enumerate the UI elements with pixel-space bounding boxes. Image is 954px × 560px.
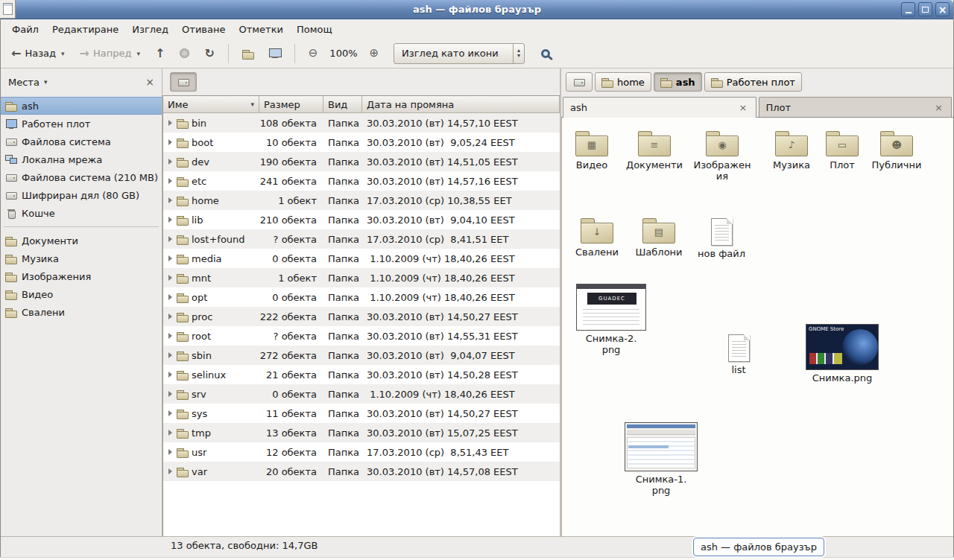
menu-edit[interactable]: Редактиране [45, 19, 125, 39]
view-mode-combo[interactable]: Изглед като икони ▴▾ [394, 43, 525, 64]
icon-item-public[interactable]: ☻Публични [863, 131, 930, 171]
place-music[interactable]: Музика [1, 249, 162, 267]
place-trash[interactable]: Кошче [1, 204, 162, 222]
place-filesystem-210[interactable]: Файлова система (210 MB) [1, 168, 162, 186]
places-selector[interactable]: Места ▾ [8, 77, 47, 88]
tree-row-sbin[interactable]: sbin272 обектаПапка30.03.2010 (вт) 9,04,… [163, 346, 560, 365]
back-button[interactable]: ← Назад ▾ [5, 42, 71, 65]
reload-button[interactable]: ↻ [198, 42, 220, 65]
expander-icon[interactable] [168, 159, 172, 165]
titlebar[interactable]: ash — файлов браузър × [1, 0, 953, 19]
panel-applet-icon[interactable] [0, 0, 16, 19]
icon-item-snimka-2[interactable]: GUADECСнимка-2.​png [578, 284, 645, 356]
expander-icon[interactable] [168, 255, 172, 261]
tree-row-boot[interactable]: boot10 обектаПапка30.03.2010 (вт) 9,05,2… [163, 133, 560, 152]
column-header-kind[interactable]: Вид [323, 96, 362, 113]
expander-icon[interactable] [168, 178, 172, 184]
tree-row-home[interactable]: home1 обектПапка17.03.2010 (ср) 10,38,55… [163, 191, 560, 210]
tree-row-etc[interactable]: etc241 обектаПапка30.03.2010 (вт) 14,57,… [163, 171, 560, 191]
back-history-dropdown-icon[interactable]: ▾ [61, 50, 65, 57]
expander-icon[interactable] [168, 120, 172, 126]
pathbar-root-button[interactable] [566, 72, 593, 92]
menu-go[interactable]: Отиване [175, 19, 232, 39]
expander-icon[interactable] [168, 236, 172, 242]
icon-item-documents[interactable]: ≡Документи [621, 131, 688, 171]
expander-icon[interactable] [168, 449, 172, 455]
icon-item-list[interactable]: list [705, 334, 772, 375]
place-ash[interactable]: ash [1, 97, 162, 115]
column-header-size[interactable]: Размер [259, 96, 323, 113]
stop-button[interactable] [174, 42, 195, 65]
icon-view[interactable]: ▦Видео≡Документи◉Изображения♪Музика▭Плот… [561, 118, 953, 536]
place-encrypted-80[interactable]: Шифриран дял (80 GB) [1, 186, 162, 204]
close-button[interactable]: × [935, 2, 950, 16]
place-documents[interactable]: Документи [1, 232, 162, 249]
search-button[interactable] [535, 42, 556, 65]
expander-icon[interactable] [168, 294, 172, 300]
icon-item-new-file[interactable]: нов файл [688, 218, 755, 259]
tree-row-selinux[interactable]: selinux21 обектаПапка30.03.2010 (вт) 14,… [163, 365, 560, 384]
expander-icon[interactable] [168, 391, 172, 397]
minimize-button[interactable] [901, 2, 915, 16]
place-desktop[interactable]: Работен плот [1, 115, 162, 133]
tab-close-icon[interactable]: × [933, 102, 944, 113]
pathbar-button-home[interactable]: home [595, 72, 651, 92]
sidebar-close-button[interactable]: × [142, 76, 157, 88]
tree-row-sys[interactable]: sys11 обектаПапка30.03.2010 (вт) 14,50,2… [163, 404, 560, 423]
expander-icon[interactable] [168, 372, 172, 378]
column-header-name[interactable]: Име▾ [163, 96, 259, 113]
tree-row-media[interactable]: media0 обектаПапка 1.10.2009 (чт) 18,40,… [163, 249, 560, 268]
menu-view[interactable]: Изглед [125, 19, 175, 39]
expander-icon[interactable] [168, 410, 172, 416]
place-filesystem[interactable]: Файлова система [1, 133, 162, 150]
tree-row-tmp[interactable]: tmp13 обектаПапка30.03.2010 (вт) 15,07,2… [163, 423, 560, 442]
tree-row-dev[interactable]: dev190 обектаПапка30.03.2010 (вт) 14,51,… [163, 152, 560, 171]
tree-row-opt[interactable]: opt0 обектаПапка 1.10.2009 (чт) 18,40,26… [163, 287, 560, 307]
expander-icon[interactable] [168, 468, 172, 474]
expander-icon[interactable] [168, 333, 172, 339]
icon-item-images[interactable]: ◉Изображения [689, 131, 756, 182]
expander-icon[interactable] [168, 139, 172, 145]
pathbar-button-desktop[interactable]: Работен плот [704, 72, 802, 92]
tree-row-srv[interactable]: srv0 обектаПапка 1.10.2009 (чт) 18,40,26… [163, 384, 560, 404]
pathbar-root-button[interactable] [170, 72, 197, 92]
up-button[interactable]: ↑ [149, 42, 171, 65]
expander-icon[interactable] [168, 217, 172, 223]
taskbar-window-button[interactable]: ash — файлов браузър [693, 538, 824, 556]
tree-row-lib[interactable]: lib210 обектаПапка30.03.2010 (вт) 9,04,1… [163, 210, 560, 229]
tab-close-icon[interactable]: × [738, 102, 749, 113]
tab-ash[interactable]: ash× [563, 97, 756, 118]
tree-row-proc[interactable]: proc222 обектаПапка30.03.2010 (вт) 14,50… [163, 307, 560, 326]
menu-file[interactable]: Файл [5, 19, 45, 39]
zoom-in-button[interactable]: ⊕ [364, 42, 385, 65]
expander-icon[interactable] [168, 197, 172, 203]
expander-icon[interactable] [168, 275, 172, 281]
pathbar-button-ash[interactable]: ash [654, 72, 702, 92]
forward-button[interactable]: → Напред ▾ [74, 42, 146, 65]
tree-row-var[interactable]: var20 обектаПапка30.03.2010 (вт) 14,57,0… [163, 462, 560, 481]
tree-row-lost+found[interactable]: lost+found? обектаПапка17.03.2010 (ср) 8… [163, 229, 560, 249]
zoom-out-button[interactable]: ⊖ [303, 42, 324, 65]
home-button[interactable] [236, 42, 260, 65]
icon-item-snimka-1[interactable]: Снимка-1.​png [628, 422, 695, 497]
place-downloads[interactable]: Свалени [1, 303, 162, 321]
menu-help[interactable]: Помощ [290, 19, 339, 39]
tree-row-mnt[interactable]: mnt1 обектПапка 1.10.2009 (чт) 18,40,26 … [163, 268, 560, 287]
icon-item-templates[interactable]: ▤Шаблони [625, 218, 692, 258]
expander-icon[interactable] [168, 352, 172, 358]
place-images[interactable]: Изображения [1, 267, 162, 285]
place-network[interactable]: Локална мрежа [1, 150, 162, 168]
icon-item-downloads[interactable]: ↓Свалени [563, 218, 631, 258]
icon-item-snimka[interactable]: GNOME StoreСнимка.​png [809, 324, 876, 384]
tree-row-usr[interactable]: usr12 обектаПапка17.03.2010 (ср) 8,51,43… [163, 442, 560, 462]
menu-bookmarks[interactable]: Отметки [232, 19, 289, 39]
icon-item-video[interactable]: ▦Видео [561, 131, 625, 171]
expander-icon[interactable] [168, 314, 172, 319]
column-header-date[interactable]: Дата на промяна [362, 96, 560, 113]
expander-icon[interactable] [168, 430, 172, 436]
tab-plot[interactable]: Плот× [759, 97, 953, 117]
tree-row-bin[interactable]: bin108 обектаПапка30.03.2010 (вт) 14,57,… [163, 113, 560, 133]
tree-row-root[interactable]: root? обектаПапка30.03.2010 (вт) 14,55,3… [163, 326, 560, 346]
computer-button[interactable] [263, 42, 287, 65]
maximize-button[interactable] [918, 2, 932, 16]
